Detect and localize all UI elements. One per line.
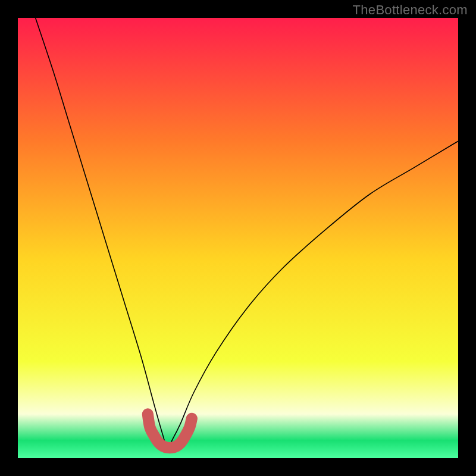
bottleneck-chart <box>18 18 458 458</box>
watermark-text: TheBottleneck.com <box>353 2 468 18</box>
highlight-dots <box>143 410 152 419</box>
highlight-dot <box>143 410 152 419</box>
gradient-background <box>18 18 458 458</box>
plot-area <box>18 18 458 458</box>
